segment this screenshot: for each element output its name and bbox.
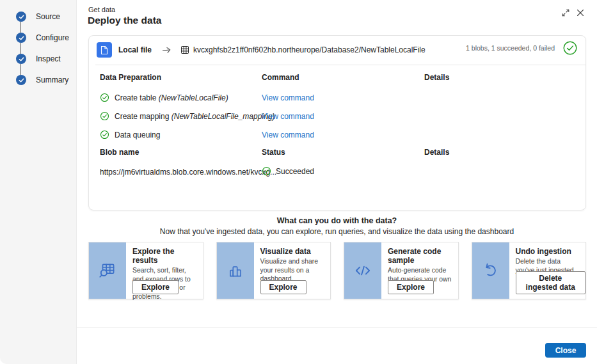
column-header-blob-name: Blob name (100, 148, 139, 157)
column-header-status: Status (262, 148, 285, 157)
footer-divider (77, 327, 597, 328)
close-button[interactable]: Close (545, 343, 586, 358)
arrow-right-icon (162, 46, 171, 54)
breadcrumb: Get data (88, 6, 115, 13)
source-destination-row: Local file kvcxghfsb2z1ff0nf602hb.northe… (97, 41, 426, 59)
step-label: Summary (36, 75, 68, 84)
prep-step-detail: (NewTableLocalFile_mapping) (171, 112, 275, 121)
column-header-details: Details (424, 73, 449, 82)
step-completed-check-icon (16, 54, 26, 64)
ingestion-summary-card: Local file kvcxghfsb2z1ff0nf602hb.northe… (88, 35, 586, 210)
delete-ingested-data-button[interactable]: Delete ingested data (516, 271, 586, 294)
next-steps-cards: Explore the results Search, sort, filter… (88, 242, 586, 299)
step-completed-check-icon (16, 75, 26, 85)
next-steps-subtitle: Now that you've ingested data, you can e… (77, 227, 597, 236)
status-text: Succeeded (276, 167, 314, 176)
card-description: Visualize and share your results on a da… (260, 257, 326, 283)
generate-code-button[interactable]: Explore (388, 280, 434, 294)
page-title: Deploy the data (88, 15, 161, 26)
step-completed-check-icon (16, 12, 26, 22)
card-header-divider (95, 65, 585, 65)
table-search-icon (89, 242, 126, 299)
undo-ingestion-card: Undo ingestion Delete the data you've ju… (472, 242, 587, 299)
card-title: Generate code sample (388, 247, 453, 265)
source-type-label: Local file (118, 45, 152, 54)
sidebar-item-summary[interactable]: Summary (16, 75, 68, 85)
view-command-link[interactable]: View command (262, 93, 314, 102)
table-row: Create table (NewTableLocalFile) (100, 93, 228, 102)
table-row: Create mapping (NewTableLocalFile_mappin… (100, 111, 275, 121)
status-badge: Succeeded (262, 166, 314, 176)
explore-results-card: Explore the results Search, sort, filter… (88, 242, 203, 299)
column-header-command: Command (262, 73, 299, 82)
blob-url: https://jm6virtualdms.blob.core.windows.… (100, 168, 276, 177)
success-circle-icon (262, 166, 271, 176)
get-data-dialog: Source Configure Inspect Summary Get dat… (0, 0, 597, 364)
column-header-details: Details (424, 148, 449, 157)
generate-code-card: Generate code sample Auto-generate code … (344, 242, 459, 299)
card-title: Undo ingestion (516, 247, 581, 256)
success-circle-icon (100, 111, 109, 121)
explore-results-button[interactable]: Explore (132, 280, 179, 294)
stepper-sidebar: Source Configure Inspect Summary (0, 0, 77, 364)
success-circle-icon (562, 40, 578, 56)
prep-step-label: Create mapping (115, 112, 169, 121)
expand-icon[interactable] (561, 8, 571, 18)
card-title: Visualize data (260, 247, 326, 256)
success-circle-icon (100, 130, 109, 139)
card-title: Explore the results (132, 247, 198, 265)
column-header-data-preparation: Data Preparation (100, 73, 161, 82)
table-grid-icon (180, 45, 189, 54)
view-command-link[interactable]: View command (262, 131, 314, 139)
step-label: Source (36, 12, 60, 21)
blob-summary-text: 1 blobs, 1 succeeded, 0 failed (466, 44, 555, 52)
prep-step-label: Data queuing (115, 131, 160, 139)
success-circle-icon (100, 93, 109, 102)
code-icon (344, 242, 381, 299)
bar-chart-icon (217, 242, 254, 299)
sidebar-item-source[interactable]: Source (16, 12, 60, 22)
table-row: Data queuing (100, 130, 160, 139)
step-label: Configure (36, 33, 69, 42)
sidebar-item-inspect[interactable]: Inspect (16, 54, 61, 64)
close-icon[interactable] (575, 8, 585, 18)
visualize-data-button[interactable]: Explore (260, 280, 306, 294)
view-command-link[interactable]: View command (262, 112, 314, 121)
prep-step-label: Create table (115, 93, 156, 102)
prep-step-detail: (NewTableLocalFile) (159, 93, 228, 102)
step-label: Inspect (36, 54, 61, 63)
document-icon (97, 42, 112, 58)
sidebar-item-configure[interactable]: Configure (16, 33, 69, 43)
visualize-data-card: Visualize data Visualize and share your … (216, 242, 331, 299)
destination-path: kvcxghfsb2z1ff0nf602hb.northeurope/Datab… (193, 45, 426, 54)
stepper-connector-line (20, 17, 21, 80)
step-completed-check-icon (16, 33, 26, 43)
undo-arrow-icon (472, 242, 509, 299)
next-steps-title: What can you do with the data? (77, 216, 597, 225)
